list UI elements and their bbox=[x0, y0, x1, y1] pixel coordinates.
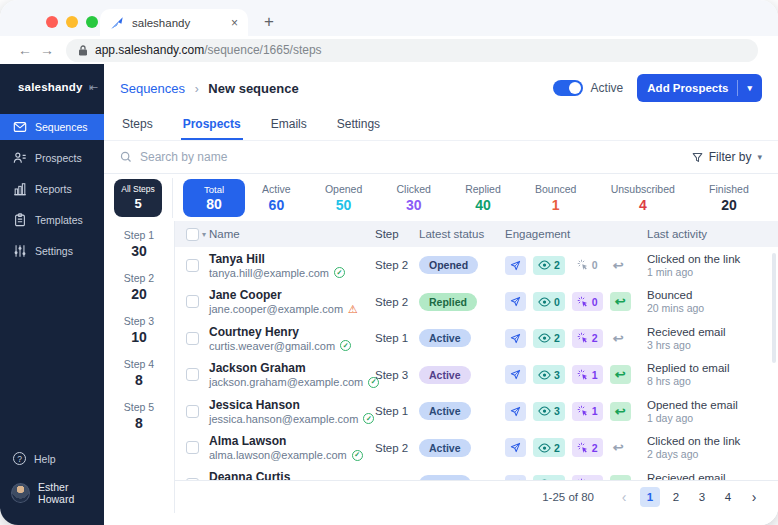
chevron-down-icon[interactable]: ▾ bbox=[747, 83, 752, 93]
back-icon[interactable]: ← bbox=[14, 42, 36, 58]
maximize-window-button[interactable] bbox=[86, 16, 98, 28]
email-status-icon: ✓ bbox=[352, 450, 363, 461]
step-filter-5[interactable]: Step 58 bbox=[124, 401, 154, 431]
stat-unsubscribed[interactable]: Unsubscribed4 bbox=[611, 183, 675, 213]
tab-close-icon[interactable]: × bbox=[231, 16, 238, 30]
tab-emails[interactable]: Emails bbox=[269, 112, 309, 140]
breadcrumb-separator: › bbox=[195, 82, 199, 96]
table-row[interactable]: Tanya Hill tanya.hill@example.com✓ Step … bbox=[175, 247, 778, 284]
select-all-checkbox[interactable] bbox=[186, 228, 199, 241]
status-badge: Opened bbox=[419, 256, 478, 274]
prospect-email: jessica.hanson@example.com bbox=[209, 413, 358, 425]
user-menu[interactable]: Esther Howard bbox=[0, 481, 104, 525]
all-steps-label: All Steps bbox=[121, 184, 155, 194]
row-checkbox[interactable] bbox=[186, 295, 199, 308]
tab-settings[interactable]: Settings bbox=[335, 112, 382, 140]
scrollbar[interactable] bbox=[772, 253, 776, 363]
search-input[interactable] bbox=[140, 150, 684, 164]
table-row[interactable]: Deanna Curtis deanna.curtis@example.com⚠… bbox=[175, 466, 778, 480]
bar-chart-icon bbox=[13, 182, 27, 196]
column-engagement: Engagement bbox=[505, 228, 647, 240]
minimize-window-button[interactable] bbox=[66, 16, 78, 28]
page-3[interactable]: 3 bbox=[692, 487, 712, 507]
breadcrumb: Sequences › New sequence bbox=[120, 81, 299, 96]
step-cell: Step 3 bbox=[375, 369, 419, 381]
stat-replied[interactable]: Replied40 bbox=[465, 183, 501, 213]
next-page-icon[interactable]: › bbox=[744, 489, 764, 505]
sent-icon bbox=[505, 256, 526, 275]
table-row[interactable]: Alma Lawson alma.lawson@example.com✓ Ste… bbox=[175, 430, 778, 467]
stat-clicked[interactable]: Clicked30 bbox=[397, 183, 431, 213]
stat-opened[interactable]: Opened50 bbox=[325, 183, 362, 213]
window-controls[interactable] bbox=[46, 16, 98, 28]
sidebar-item-templates[interactable]: Templates bbox=[0, 207, 104, 233]
step-filter-4[interactable]: Step 48 bbox=[124, 358, 154, 388]
prospect-name: Jessica Hanson bbox=[209, 398, 300, 412]
tab-prospects[interactable]: Prospects bbox=[181, 112, 243, 140]
pagination: 1-25 of 80 ‹ 1 2 3 4 › bbox=[175, 480, 778, 513]
clicks-count: 2 bbox=[572, 329, 603, 348]
page-title: New sequence bbox=[208, 81, 298, 96]
breadcrumb-sequences-link[interactable]: Sequences bbox=[120, 81, 185, 96]
sidebar-item-settings[interactable]: Settings bbox=[0, 238, 104, 264]
clicks-count: 1 bbox=[572, 402, 603, 421]
step-cell: Step 1 bbox=[375, 405, 419, 417]
table-row[interactable]: Jane Cooper jane.cooper@example.com⚠ Ste… bbox=[175, 284, 778, 321]
close-window-button[interactable] bbox=[46, 16, 58, 28]
chevron-down-icon[interactable]: ▾ bbox=[202, 230, 206, 239]
question-icon: ? bbox=[13, 452, 26, 465]
tab-steps[interactable]: Steps bbox=[120, 112, 155, 140]
table-row[interactable]: Jessica Hanson jessica.hanson@example.co… bbox=[175, 393, 778, 430]
stat-finished[interactable]: Finished20 bbox=[709, 183, 749, 213]
stat-total-card[interactable]: Total 80 bbox=[183, 179, 245, 217]
prospect-name: Deanna Curtis bbox=[209, 470, 290, 480]
row-checkbox[interactable] bbox=[186, 405, 199, 418]
reply-icon: ↩ bbox=[610, 256, 627, 275]
step-cell: Step 2 bbox=[375, 296, 419, 308]
url-text: app.saleshandy.com/sequence/1665/steps bbox=[95, 43, 322, 57]
stats-divider bbox=[172, 178, 173, 218]
active-toggle[interactable] bbox=[553, 80, 583, 96]
filter-by-button[interactable]: Filter by ▾ bbox=[692, 150, 762, 164]
prospect-name: Jackson Graham bbox=[209, 361, 306, 375]
add-prospects-button[interactable]: Add Prospects ▾ bbox=[637, 74, 762, 102]
last-activity-text: Bounced bbox=[647, 289, 692, 301]
column-last-activity: Last activity bbox=[647, 228, 778, 240]
prospect-email: jane.cooper@example.com bbox=[209, 303, 343, 315]
new-tab-button[interactable]: + bbox=[264, 12, 274, 32]
forward-icon[interactable]: → bbox=[36, 42, 58, 58]
row-checkbox[interactable] bbox=[186, 441, 199, 454]
table-row[interactable]: Courtney Henry curtis.weaver@gmail.com✓ … bbox=[175, 320, 778, 357]
opens-count: 2 bbox=[533, 329, 565, 348]
row-checkbox[interactable] bbox=[186, 368, 199, 381]
page-4[interactable]: 4 bbox=[718, 487, 738, 507]
email-status-icon: ✓ bbox=[340, 340, 351, 351]
all-steps-card[interactable]: All Steps 5 bbox=[114, 179, 162, 217]
step-filter-3[interactable]: Step 310 bbox=[124, 315, 154, 345]
sidebar-item-sequences[interactable]: Sequences bbox=[0, 114, 104, 140]
row-checkbox[interactable] bbox=[186, 332, 199, 345]
table-row[interactable]: Jackson Graham jackson.graham@example.co… bbox=[175, 357, 778, 394]
sidebar-item-reports[interactable]: Reports bbox=[0, 176, 104, 202]
step-filter-2[interactable]: Step 220 bbox=[124, 272, 154, 302]
row-checkbox[interactable] bbox=[186, 259, 199, 272]
browser-tab[interactable]: saleshandy × bbox=[100, 9, 248, 36]
stat-bounced[interactable]: Bounced1 bbox=[535, 183, 576, 213]
sidebar-item-label: Settings bbox=[35, 245, 73, 257]
status-badge: Active bbox=[419, 366, 471, 384]
page-2[interactable]: 2 bbox=[666, 487, 686, 507]
sent-icon bbox=[505, 402, 526, 421]
prev-page-icon[interactable]: ‹ bbox=[614, 489, 634, 505]
collapse-sidebar-icon[interactable]: ⇤ bbox=[89, 81, 98, 94]
help-button[interactable]: ? Help bbox=[0, 452, 104, 481]
step-filter-1[interactable]: Step 130 bbox=[124, 229, 154, 259]
button-divider bbox=[737, 80, 738, 96]
last-activity-time: 3 hrs ago bbox=[647, 339, 691, 351]
stat-active[interactable]: Active60 bbox=[262, 183, 291, 213]
sidebar-item-prospects[interactable]: Prospects bbox=[0, 145, 104, 171]
stat-total-label: Total bbox=[204, 184, 224, 195]
address-bar[interactable]: app.saleshandy.com/sequence/1665/steps bbox=[66, 39, 758, 62]
search-icon bbox=[120, 151, 132, 163]
page-1[interactable]: 1 bbox=[640, 487, 660, 507]
column-latest-status: Latest status bbox=[419, 228, 505, 240]
